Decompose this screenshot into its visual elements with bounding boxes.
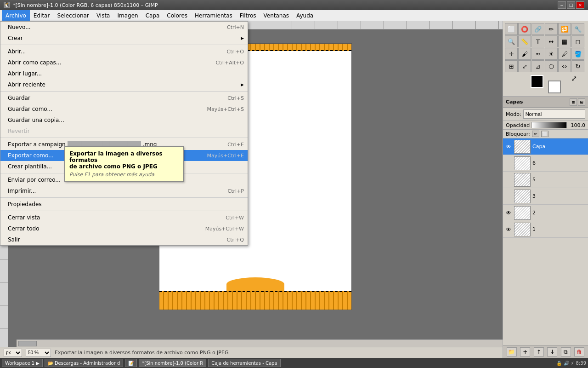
- layer-eye-1[interactable]: 👁: [505, 226, 512, 233]
- archivo-dropdown[interactable]: Nuevo... Ctrl+N Crear Abrir... Ctrl+O Ab…: [0, 21, 248, 246]
- move-layer-up-btn[interactable]: ↑: [534, 347, 544, 356]
- dd-exportar-campaign[interactable]: Exportar a campaign ████████████████████…: [0, 139, 248, 150]
- zoom-select[interactable]: 50 %: [26, 349, 51, 357]
- tool-clone[interactable]: 🔁: [558, 23, 571, 35]
- tool-zoom[interactable]: 🔍: [505, 35, 518, 47]
- tool-heal[interactable]: 🔧: [571, 23, 584, 35]
- layer-item-3[interactable]: 👁 3: [503, 188, 588, 205]
- layer-item-2[interactable]: 👁 2: [503, 205, 588, 221]
- delete-layer-btn[interactable]: 🗑: [574, 347, 584, 356]
- reset-colors-icon[interactable]: ⤢: [571, 74, 577, 83]
- scroll-bar-h[interactable]: [17, 339, 503, 347]
- taskbar-gimp[interactable]: *[Sin nombre]-1.0 (Color R: [139, 359, 206, 367]
- layer-eye-5[interactable]: 👁: [505, 176, 512, 184]
- close-button[interactable]: ×: [576, 1, 584, 9]
- tool-paint-bucket[interactable]: 🪣: [571, 48, 584, 60]
- opacity-slider[interactable]: [531, 122, 567, 128]
- taskbar-workspace[interactable]: Workspace 1 ▶: [2, 359, 43, 367]
- layer-thumb-3: [514, 190, 531, 203]
- dd-propiedades[interactable]: Propiedades: [0, 199, 248, 210]
- bg-color-box[interactable]: [548, 80, 561, 93]
- tool-pencil[interactable]: ✏: [545, 23, 558, 35]
- dd-crear-plantilla[interactable]: Crear plantilla...: [0, 161, 248, 172]
- tool-brush[interactable]: 🖌: [518, 48, 531, 60]
- taskbar-downloads[interactable]: 📂 Descargas - Administrador d: [45, 359, 123, 367]
- mode-select[interactable]: Normal: [523, 109, 585, 119]
- taskbar-editor[interactable]: 📝: [125, 359, 137, 367]
- taskbar-caja[interactable]: Caja de herramientas - Capa: [208, 359, 280, 367]
- dd-crear[interactable]: Crear: [0, 33, 248, 44]
- menu-filtros[interactable]: Filtros: [236, 10, 260, 21]
- lock-alpha-icon[interactable]: ⬜: [541, 131, 548, 137]
- tool-shear[interactable]: ⊿: [531, 60, 544, 72]
- tool-eraser[interactable]: ◻: [571, 35, 584, 47]
- menu-herramientas[interactable]: Herramientas: [191, 10, 236, 21]
- dd-enviar-correo[interactable]: Enviar por correo...: [0, 174, 248, 185]
- window-title: *[Sin nombre]-1.0 (Color RGB, 6 capas) 8…: [13, 2, 158, 8]
- minimize-button[interactable]: −: [558, 1, 566, 9]
- layer-item-6[interactable]: 👁 6: [503, 155, 588, 172]
- dd-abrir[interactable]: Abrir... Ctrl+O: [0, 46, 248, 57]
- tool-rotate[interactable]: ↻: [571, 60, 584, 72]
- dd-sep-4: [0, 197, 248, 198]
- dd-guardar[interactable]: Guardar Ctrl+S: [0, 92, 248, 104]
- new-layer-group-btn[interactable]: 📁: [507, 347, 517, 356]
- layer-eye-6[interactable]: 👁: [505, 160, 512, 167]
- lock-paint-icon[interactable]: ✏: [532, 131, 539, 137]
- layer-eye-capa[interactable]: 👁: [505, 143, 512, 150]
- dd-guardar-como[interactable]: Guardar como... Mayús+Ctrl+S: [0, 104, 248, 115]
- layer-item-1[interactable]: 👁 1: [503, 221, 588, 238]
- taskbar-downloads-label: Descargas - Administrador d: [55, 361, 120, 366]
- tool-dodge[interactable]: ☀: [545, 48, 558, 60]
- dd-imprimir[interactable]: Imprimir... Ctrl+P: [0, 185, 248, 196]
- layer-item-capa[interactable]: 👁 Capa: [503, 138, 588, 155]
- fg-color-box[interactable]: [531, 75, 543, 88]
- dd-abrir-reciente[interactable]: Abrir reciente: [0, 79, 248, 90]
- tool-rect-select[interactable]: ⬜: [505, 23, 518, 35]
- tool-smudge[interactable]: ≈: [531, 48, 544, 60]
- dd-abrir-lugar[interactable]: Abrir lugar...: [0, 68, 248, 79]
- menu-vista[interactable]: Vista: [93, 10, 114, 21]
- dd-cerrar-todo[interactable]: Cerrar todo Mayús+Ctrl+W: [0, 223, 248, 234]
- tool-ellipse-select[interactable]: ⭕: [518, 23, 531, 35]
- menu-capa[interactable]: Capa: [142, 10, 164, 21]
- tool-gradient[interactable]: ▦: [558, 35, 571, 47]
- duplicate-layer-btn[interactable]: ⧉: [561, 347, 571, 356]
- tool-transform[interactable]: ↔: [545, 35, 558, 47]
- layer-eye-2[interactable]: 👁: [505, 209, 512, 217]
- unit-select[interactable]: px: [4, 349, 22, 357]
- tool-scale[interactable]: ⤢: [518, 60, 531, 72]
- taskbar-caja-label: Caja de herramientas - Capa: [211, 361, 277, 366]
- menu-colores[interactable]: Colores: [163, 10, 191, 21]
- dd-exportar-como[interactable]: Exportar como... Mayús+Ctrl+E: [0, 150, 248, 161]
- tool-move[interactable]: ✛: [505, 48, 518, 60]
- dd-salir[interactable]: Salir Ctrl+Q: [0, 234, 248, 245]
- tool-ink[interactable]: 🖊: [558, 48, 571, 60]
- layers-expand-btn[interactable]: ⊞: [578, 98, 585, 106]
- layers-config-btn[interactable]: ≡: [570, 98, 577, 106]
- dd-abrir-capas[interactable]: Abrir como capas... Ctrl+Alt+O: [0, 57, 248, 68]
- tool-text[interactable]: T: [531, 35, 544, 47]
- folder-icon: 📂: [48, 361, 53, 366]
- dd-guardar-copia[interactable]: Guardar una copia...: [0, 115, 248, 126]
- layer-item-5[interactable]: 👁 5: [503, 172, 588, 188]
- menu-imagen[interactable]: Imagen: [113, 10, 141, 21]
- tool-measure[interactable]: 📏: [518, 35, 531, 47]
- menu-ventanas[interactable]: Ventanas: [260, 10, 293, 21]
- layers-footer: 📁 + ↑ ↓ ⧉ 🗑: [503, 345, 588, 358]
- create-layer-btn[interactable]: +: [520, 347, 530, 356]
- menu-editar[interactable]: Editar: [30, 10, 54, 21]
- dd-nuevo[interactable]: Nuevo... Ctrl+N: [0, 22, 248, 33]
- menu-ayuda[interactable]: Ayuda: [293, 10, 317, 21]
- menu-seleccionar[interactable]: Seleccionar: [53, 10, 92, 21]
- dd-cerrar-vista[interactable]: Cerrar vista Ctrl+W: [0, 212, 248, 223]
- layer-eye-3[interactable]: 👁: [505, 193, 512, 200]
- tool-perspective[interactable]: ⬡: [545, 60, 558, 72]
- move-layer-down-btn[interactable]: ↓: [547, 347, 557, 356]
- tool-flip[interactable]: ⇔: [558, 60, 571, 72]
- tool-align[interactable]: ⊞: [505, 60, 518, 72]
- tool-lasso[interactable]: 🔗: [531, 23, 544, 35]
- maximize-button[interactable]: □: [567, 1, 575, 9]
- title-bar-controls[interactable]: − □ ×: [558, 1, 584, 9]
- menu-archivo[interactable]: Archivo: [2, 10, 30, 21]
